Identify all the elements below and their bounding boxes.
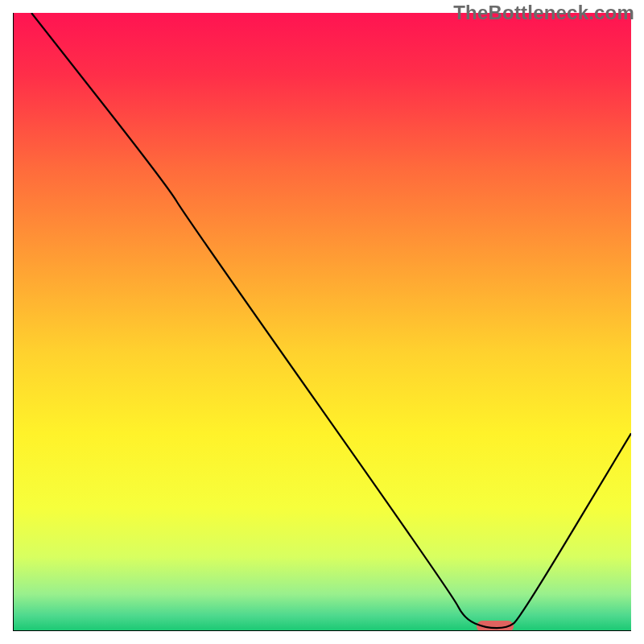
chart-svg <box>13 13 631 631</box>
plot-area <box>13 13 631 631</box>
gradient-background <box>13 13 631 631</box>
watermark-text: TheBottleneck.com <box>453 2 634 24</box>
chart-container: TheBottleneck.com <box>0 0 644 644</box>
